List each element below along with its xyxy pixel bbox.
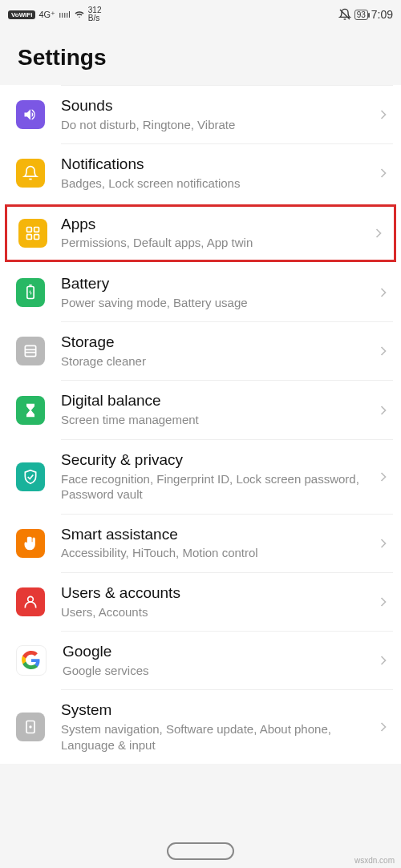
signal-icon: ııııl	[59, 10, 71, 19]
row-title: Security & privacy	[61, 451, 375, 470]
storage-icon	[16, 337, 45, 365]
vowifi-badge: VoWiFi	[8, 10, 35, 19]
settings-list: Sounds Do not disturb, Ringtone, Vibrate…	[0, 85, 401, 764]
row-title: Sounds	[61, 97, 375, 115]
chevron-right-icon	[375, 652, 395, 668]
row-subtitle: System navigation, Software update, Abou…	[61, 721, 375, 753]
row-subtitle: Screen time management	[61, 412, 375, 428]
row-subtitle: Google services	[63, 663, 375, 679]
row-subtitle: Power saving mode, Battery usage	[61, 295, 375, 311]
chevron-right-icon	[375, 343, 395, 359]
chevron-right-icon	[371, 225, 390, 241]
system-icon	[16, 713, 45, 741]
chevron-right-icon	[375, 469, 395, 485]
row-users-accounts[interactable]: Users & accounts Users, Accounts	[0, 573, 401, 631]
row-subtitle: Do not disturb, Ringtone, Vibrate	[61, 117, 375, 133]
chevron-right-icon	[375, 165, 395, 181]
row-storage[interactable]: Storage Storage cleaner	[0, 322, 401, 380]
watermark: wsxdn.com	[354, 856, 395, 865]
row-subtitle: Face recognition, Fingerprint ID, Lock s…	[61, 471, 375, 503]
google-icon	[16, 645, 47, 676]
chevron-right-icon	[375, 285, 395, 301]
row-subtitle: Permissions, Default apps, App twin	[61, 235, 371, 251]
svg-rect-3	[27, 234, 32, 239]
row-google[interactable]: Google Google services	[0, 632, 401, 689]
chevron-right-icon	[375, 535, 395, 551]
row-title: Apps	[61, 216, 371, 234]
status-bar: VoWiFi 4G⁺ ııııl 312 B/s 93 7:09	[0, 0, 401, 29]
battery-charging-icon	[16, 278, 45, 307]
row-apps[interactable]: Apps Permissions, Default apps, App twin	[5, 204, 396, 262]
hourglass-icon	[16, 396, 45, 425]
row-notifications[interactable]: Notifications Badges, Lock screen notifi…	[0, 144, 401, 202]
row-title: Battery	[61, 275, 375, 293]
row-title: Notifications	[61, 155, 375, 174]
net-speed: 312 B/s	[88, 6, 102, 22]
svg-rect-7	[25, 346, 35, 357]
row-title: Google	[63, 643, 375, 661]
wifi-icon	[74, 10, 85, 19]
svg-point-12	[30, 727, 31, 729]
sound-icon	[16, 100, 45, 129]
svg-rect-2	[34, 227, 39, 232]
chevron-right-icon	[375, 107, 395, 123]
dnd-off-icon	[338, 8, 351, 21]
row-battery[interactable]: Battery Power saving mode, Battery usage	[0, 264, 401, 321]
row-smart-assistance[interactable]: Smart assistance Accessibility, HiTouch,…	[0, 515, 401, 572]
clock: 7:09	[371, 8, 393, 21]
row-title: Storage	[61, 333, 375, 352]
row-subtitle: Badges, Lock screen notifications	[61, 176, 375, 192]
apps-icon	[18, 219, 47, 248]
chevron-right-icon	[375, 402, 395, 418]
gesture-nav-bar[interactable]	[0, 842, 401, 860]
row-security[interactable]: Security & privacy Face recognition, Fin…	[0, 440, 401, 514]
page-title: Settings	[0, 29, 401, 85]
row-title: System	[61, 701, 375, 720]
row-digital-balance[interactable]: Digital balance Screen time management	[0, 381, 401, 438]
bell-icon	[16, 159, 45, 188]
battery-icon: 93	[354, 10, 368, 20]
row-system[interactable]: System System navigation, Software updat…	[0, 690, 401, 764]
row-subtitle: Accessibility, HiTouch, Motion control	[61, 545, 375, 561]
row-sounds[interactable]: Sounds Do not disturb, Ringtone, Vibrate	[0, 86, 401, 143]
user-icon	[16, 587, 45, 616]
svg-rect-1	[27, 227, 32, 232]
row-subtitle: Users, Accounts	[61, 604, 375, 620]
network-type: 4G⁺	[38, 10, 55, 20]
svg-rect-4	[34, 234, 39, 239]
row-subtitle: Storage cleaner	[61, 353, 375, 369]
row-title: Users & accounts	[61, 584, 375, 603]
hand-icon	[16, 529, 45, 558]
row-title: Digital balance	[61, 392, 375, 410]
nav-pill[interactable]	[167, 842, 234, 860]
chevron-right-icon	[375, 719, 395, 735]
settings-screen: { "status": { "vowifi": "VoWiFi", "net":…	[0, 0, 401, 868]
chevron-right-icon	[375, 594, 395, 610]
shield-icon	[16, 462, 45, 491]
svg-point-10	[28, 596, 34, 602]
row-title: Smart assistance	[61, 526, 375, 544]
